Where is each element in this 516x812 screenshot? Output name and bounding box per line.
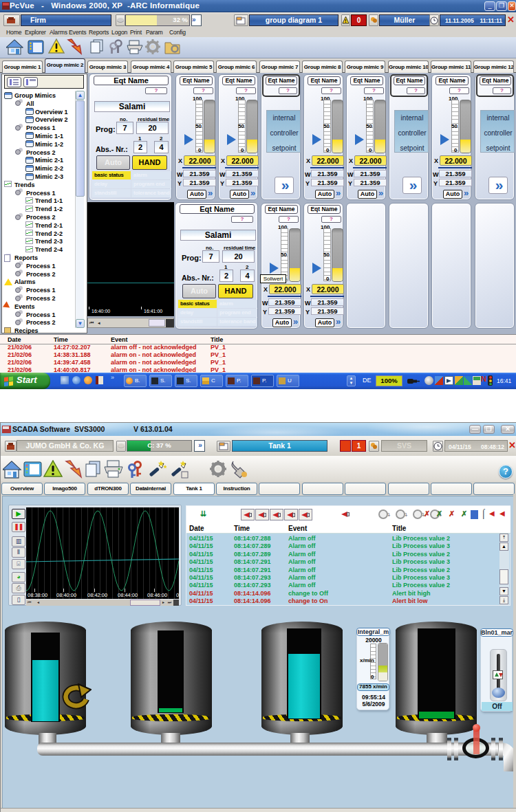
svg-text:!: ! xyxy=(345,18,347,24)
